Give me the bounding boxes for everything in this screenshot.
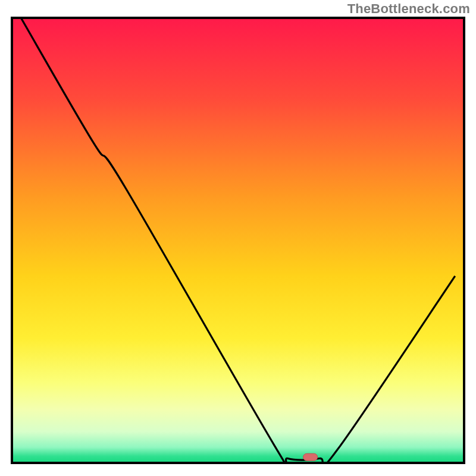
chart-container: { "attribution": "TheBottleneck.com", "c… [0, 0, 476, 476]
gradient-background [12, 18, 464, 463]
attribution-text: TheBottleneck.com [347, 1, 470, 17]
bottleneck-chart [0, 0, 476, 476]
optimal-marker [303, 453, 318, 461]
